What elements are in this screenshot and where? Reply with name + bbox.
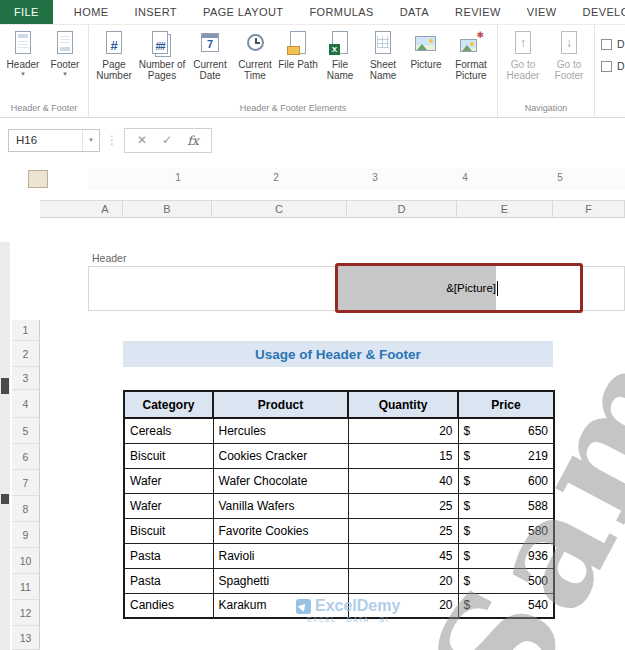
header-button[interactable]: Header ▼ bbox=[2, 25, 44, 102]
insert-function-icon[interactable]: fx bbox=[187, 133, 199, 148]
cell-price[interactable]: $ 540 bbox=[458, 593, 554, 618]
cell-product[interactable]: Favorite Cookies bbox=[213, 518, 348, 543]
go-to-footer-button[interactable]: Go to Footer bbox=[546, 25, 592, 102]
cell-product[interactable]: Cookies Cracker bbox=[213, 443, 348, 468]
checkbox-icon[interactable] bbox=[601, 61, 612, 72]
formula-input[interactable] bbox=[219, 128, 625, 153]
row-header-8[interactable]: 8 bbox=[12, 496, 40, 522]
table-header-product[interactable]: Product bbox=[213, 391, 348, 418]
cell-category[interactable]: Candies bbox=[124, 593, 213, 618]
cell-price[interactable]: $ 936 bbox=[458, 543, 554, 568]
row-header-9[interactable]: 9 bbox=[12, 522, 40, 548]
cell-price[interactable]: $ 219 bbox=[458, 443, 554, 468]
tab-data[interactable]: DATA bbox=[387, 0, 442, 24]
row-header-7[interactable]: 7 bbox=[12, 470, 40, 496]
checkbox-icon[interactable] bbox=[601, 39, 612, 50]
cell-quantity[interactable]: 20 bbox=[348, 593, 458, 618]
name-box[interactable]: H16 ▼ bbox=[8, 129, 100, 152]
ruler-tick: 2 bbox=[273, 172, 279, 183]
tab-developer[interactable]: DEVELOPER bbox=[570, 0, 625, 24]
price-value: 650 bbox=[528, 424, 548, 438]
cell-price[interactable]: $ 500 bbox=[458, 568, 554, 593]
chevron-down-icon: ▼ bbox=[62, 70, 68, 78]
cell-product[interactable]: Ravioli bbox=[213, 543, 348, 568]
enter-icon[interactable]: ✓ bbox=[162, 133, 172, 147]
header-center-section[interactable]: &[Picture] bbox=[335, 263, 583, 313]
option-checkbox-row[interactable]: D bbox=[601, 38, 625, 50]
currency-symbol: $ bbox=[464, 449, 471, 463]
chevron-down-icon[interactable]: ▼ bbox=[82, 130, 99, 151]
cell-price[interactable]: $ 600 bbox=[458, 468, 554, 493]
cell-quantity[interactable]: 20 bbox=[348, 568, 458, 593]
cell-product[interactable]: Vanilla Wafers bbox=[213, 493, 348, 518]
row-header-6[interactable]: 6 bbox=[12, 444, 40, 470]
cell-product[interactable]: Karakum bbox=[213, 593, 348, 618]
file-path-icon bbox=[285, 29, 311, 58]
cell-category[interactable]: Biscuit bbox=[124, 443, 213, 468]
cell-quantity[interactable]: 25 bbox=[348, 493, 458, 518]
row-header-12[interactable]: 12 bbox=[12, 600, 40, 626]
row-header-10[interactable]: 10 bbox=[12, 548, 40, 574]
column-header-c[interactable]: C bbox=[212, 201, 347, 217]
tab-file[interactable]: FILE bbox=[0, 0, 53, 24]
option-checkbox-row[interactable]: D bbox=[601, 60, 625, 72]
footer-button[interactable]: Footer ▼ bbox=[44, 25, 86, 102]
table-header-category[interactable]: Category bbox=[124, 391, 213, 418]
format-picture-button[interactable]: Format Picture bbox=[447, 25, 495, 102]
current-time-button[interactable]: Current Time bbox=[233, 25, 277, 102]
cell-quantity[interactable]: 40 bbox=[348, 468, 458, 493]
row-header-1[interactable]: 1 bbox=[12, 320, 40, 341]
tab-formulas[interactable]: FORMULAS bbox=[296, 0, 386, 24]
sheet-title-cell[interactable]: Usage of Header & Footer bbox=[123, 341, 553, 367]
cell-price[interactable]: $ 650 bbox=[458, 418, 554, 443]
column-header-d[interactable]: D bbox=[347, 201, 457, 217]
price-value: 580 bbox=[528, 524, 548, 538]
table-header-quantity[interactable]: Quantity bbox=[348, 391, 458, 418]
row-header-2[interactable]: 2 bbox=[12, 341, 40, 367]
current-date-button[interactable]: Current Date bbox=[187, 25, 233, 102]
cell-category[interactable]: Wafer bbox=[124, 468, 213, 493]
tab-page-layout[interactable]: PAGE LAYOUT bbox=[190, 0, 296, 24]
cell-quantity[interactable]: 45 bbox=[348, 543, 458, 568]
picture-button[interactable]: Picture bbox=[405, 25, 447, 102]
cell-category[interactable]: Pasta bbox=[124, 568, 213, 593]
go-to-header-button[interactable]: Go to Header bbox=[500, 25, 546, 102]
number-of-pages-button[interactable]: Number of Pages bbox=[137, 25, 187, 102]
column-header-b[interactable]: B bbox=[123, 201, 212, 217]
table-header-price[interactable]: Price bbox=[458, 391, 554, 418]
cell-category[interactable]: Biscuit bbox=[124, 518, 213, 543]
tab-review[interactable]: REVIEW bbox=[442, 0, 514, 24]
page-number-button[interactable]: Page Number bbox=[91, 25, 137, 102]
calendar-icon bbox=[197, 29, 223, 58]
cell-quantity[interactable]: 25 bbox=[348, 518, 458, 543]
cell-product[interactable]: Hercules bbox=[213, 418, 348, 443]
row-header-5[interactable]: 5 bbox=[12, 418, 40, 444]
file-name-button[interactable]: File Name bbox=[319, 25, 361, 102]
sheet-name-button[interactable]: Sheet Name bbox=[361, 25, 405, 102]
column-header-e[interactable]: E bbox=[457, 201, 553, 217]
tab-insert[interactable]: INSERT bbox=[121, 0, 190, 24]
column-header-a[interactable]: A bbox=[88, 201, 123, 217]
tab-view[interactable]: VIEW bbox=[514, 0, 570, 24]
cell-category[interactable]: Pasta bbox=[124, 543, 213, 568]
cell-price[interactable]: $ 580 bbox=[458, 518, 554, 543]
tab-home[interactable]: HOME bbox=[61, 0, 122, 24]
cell-category[interactable]: Cereals bbox=[124, 418, 213, 443]
column-header-f[interactable]: F bbox=[553, 201, 625, 217]
cell-price[interactable]: $ 588 bbox=[458, 493, 554, 518]
price-value: 600 bbox=[528, 474, 548, 488]
cell-quantity[interactable]: 20 bbox=[348, 418, 458, 443]
button-label: Current Date bbox=[187, 59, 233, 81]
cancel-icon[interactable]: ✕ bbox=[137, 133, 147, 147]
row-header-11[interactable]: 11 bbox=[12, 574, 40, 600]
row-header-4[interactable]: 4 bbox=[12, 390, 40, 418]
file-path-button[interactable]: File Path bbox=[277, 25, 319, 102]
header-selected-text[interactable]: &[Picture] bbox=[338, 266, 496, 310]
cell-category[interactable]: Wafer bbox=[124, 493, 213, 518]
page-number-icon bbox=[101, 29, 127, 58]
row-header-13[interactable]: 13 bbox=[12, 626, 40, 650]
cell-quantity[interactable]: 15 bbox=[348, 443, 458, 468]
cell-product[interactable]: Wafer Chocolate bbox=[213, 468, 348, 493]
cell-product[interactable]: Spaghetti bbox=[213, 568, 348, 593]
row-header-3[interactable]: 3 bbox=[12, 367, 40, 390]
